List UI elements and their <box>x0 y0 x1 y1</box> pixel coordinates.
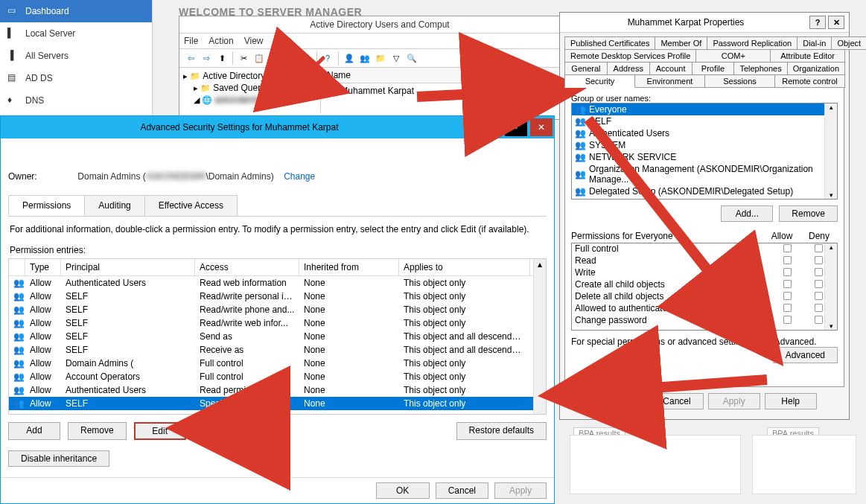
permission-entry-row[interactable]: 👥AllowAuthenticated UsersRead permission… <box>9 383 546 397</box>
disable-inheritance-button[interactable]: Disable inheritance <box>8 450 109 467</box>
tab-dial-in[interactable]: Dial-in <box>797 36 832 50</box>
remove-button[interactable]: Remove <box>779 205 838 222</box>
new-user-icon[interactable]: 👤 <box>343 51 356 65</box>
help-button[interactable]: Help <box>765 393 817 409</box>
tab-sessions[interactable]: Sessions <box>704 74 775 88</box>
group-item[interactable]: 👥SYSTEM <box>572 139 837 151</box>
close-button[interactable]: ✕ <box>828 16 844 29</box>
deny-checkbox[interactable] <box>814 244 822 252</box>
cancel-button[interactable]: Cancel <box>436 482 488 499</box>
permission-entry-row[interactable]: 👥AllowSELFRead/write phone and...NoneThi… <box>9 303 546 316</box>
permission-entry-row[interactable]: 👥AllowSELFRead/write web infor...NoneThi… <box>9 316 546 330</box>
tab-auditing[interactable]: Auditing <box>84 195 144 216</box>
delete-icon[interactable]: ✖ <box>268 51 281 65</box>
list-row-user[interactable]: 👤 Muhammet Karpat User <box>321 83 580 98</box>
menu-help[interactable]: Help <box>274 36 293 46</box>
allow-checkbox[interactable] <box>783 244 791 252</box>
col-name[interactable]: Name <box>321 68 470 83</box>
tree-saved-queries[interactable]: ▸ 📁 Saved Queries <box>182 82 318 94</box>
tab-remote-desktop-services-profile[interactable]: Remote Desktop Services Profile <box>564 49 696 63</box>
tab-security[interactable]: Security <box>564 74 635 88</box>
group-item[interactable]: 👥SELF <box>572 115 837 127</box>
tab-remote-control[interactable]: Remote control <box>774 74 845 88</box>
advanced-button[interactable]: Advanced <box>773 347 838 363</box>
menu-action[interactable]: Action <box>208 36 233 46</box>
allow-checkbox[interactable] <box>783 304 791 312</box>
group-item[interactable]: 👥NETWORK SERVICE <box>572 151 837 163</box>
tree-domain[interactable]: ◢ 🌐 askondemir.local <box>182 94 318 106</box>
deny-checkbox[interactable] <box>814 268 822 276</box>
change-owner-link[interactable]: Change <box>284 171 315 182</box>
tab-published-certificates[interactable]: Published Certificates <box>564 36 655 50</box>
ok-button[interactable]: OK <box>376 482 430 499</box>
permission-entry-row[interactable]: 👥AllowSELFSpecialNoneThis object only <box>9 397 546 410</box>
col-principal[interactable]: Principal <box>61 259 195 275</box>
deny-checkbox[interactable] <box>814 292 822 300</box>
allow-checkbox[interactable] <box>783 292 791 300</box>
refresh-icon[interactable]: ⟳ <box>299 51 313 65</box>
deny-checkbox[interactable] <box>814 316 822 324</box>
filter-icon[interactable]: ▽ <box>389 51 403 65</box>
scrollbar[interactable]: ▴▾ <box>824 103 837 199</box>
tab-object[interactable]: Object <box>831 36 866 50</box>
properties-icon[interactable]: ▦ <box>284 51 297 65</box>
sidebar-item-adds[interactable]: ▤AD DS <box>0 67 152 89</box>
tab-address[interactable]: Address <box>607 62 650 75</box>
tab-profile[interactable]: Profile <box>692 62 735 75</box>
col-inherited[interactable]: Inherited from <box>299 259 399 275</box>
close-button[interactable]: ✕ <box>530 118 553 136</box>
tab-organization[interactable]: Organization <box>787 62 845 75</box>
menu-view[interactable]: View <box>244 36 264 46</box>
tree-root[interactable]: ▸ 📁 Active Directory Users and C <box>182 70 318 82</box>
sidebar-item-dns[interactable]: ♦DNS <box>0 89 152 112</box>
col-type[interactable]: Type <box>25 259 61 275</box>
maximize-button[interactable]: ▫ <box>505 118 527 136</box>
new-group-icon[interactable]: 👥 <box>358 51 372 65</box>
edit-button[interactable]: Edit <box>134 422 186 440</box>
restore-defaults-button[interactable]: Restore defaults <box>456 422 547 440</box>
tab-member-of[interactable]: Member Of <box>655 36 707 50</box>
group-item[interactable]: 👥Delegated Setup (ASKONDEMIR\Delegated S… <box>572 185 837 197</box>
help-button[interactable]: ? <box>809 16 826 29</box>
permission-entry-row[interactable]: 👥AllowAccount OperatorsFull controlNoneT… <box>9 370 546 383</box>
apply-button[interactable]: Apply <box>494 482 547 499</box>
tab-password-replication[interactable]: Password Replication <box>707 36 797 50</box>
group-list[interactable]: 👥Everyone👥SELF👥Authenticated Users👥SYSTE… <box>571 103 838 200</box>
sidebar-item-dashboard[interactable]: ▭Dashboard <box>0 0 152 22</box>
scrollbar[interactable]: ▴▾ <box>824 243 837 330</box>
tab-com-[interactable]: COM+ <box>695 49 771 63</box>
add-button[interactable]: Add... <box>721 205 773 222</box>
tab-effective-access[interactable]: Effective Access <box>144 195 238 216</box>
minimize-button[interactable]: — <box>480 118 502 136</box>
aduc-tree[interactable]: ▸ 📁 Active Directory Users and C ▸ 📁 Sav… <box>179 68 321 112</box>
copy-icon[interactable]: 📋 <box>252 51 266 65</box>
adv-titlebar[interactable]: Advanced Security Settings for Muhammet … <box>1 116 554 138</box>
find-icon[interactable]: 🔍 <box>405 51 418 65</box>
sidebar-item-local-server[interactable]: ▌Local Server <box>0 22 152 45</box>
sidebar-item-all-servers[interactable]: ▐All Servers <box>0 45 152 67</box>
allow-checkbox[interactable] <box>783 316 791 324</box>
ok-button[interactable]: OK <box>592 393 646 409</box>
tab-general[interactable]: General <box>564 62 608 75</box>
forward-icon[interactable]: ⇨ <box>200 51 213 65</box>
up-icon[interactable]: ⬆ <box>215 51 229 65</box>
allow-checkbox[interactable] <box>783 280 791 288</box>
scrollbar[interactable]: ▴ <box>533 259 546 414</box>
back-icon[interactable]: ⇦ <box>184 51 197 65</box>
new-ou-icon[interactable]: 📁 <box>374 51 387 65</box>
allow-checkbox[interactable] <box>783 256 791 264</box>
group-item[interactable]: 👥Everyone <box>572 103 837 115</box>
tab-permissions[interactable]: Permissions <box>8 195 85 216</box>
menu-file[interactable]: File <box>184 36 198 46</box>
permission-entry-row[interactable]: 👥AllowSELFSend asNoneThis object and all… <box>9 330 546 343</box>
tab-environment[interactable]: Environment <box>634 74 705 88</box>
cut-icon[interactable]: ✂ <box>237 51 250 65</box>
remove-button[interactable]: Remove <box>68 422 127 440</box>
allow-checkbox[interactable] <box>783 268 791 276</box>
permission-entry-row[interactable]: 👥AllowDomain Admins (Full controlNoneThi… <box>9 357 546 370</box>
tab-attribute-editor[interactable]: Attribute Editor <box>770 49 845 63</box>
permission-entry-row[interactable]: 👥AllowSELFReceive asNoneThis object and … <box>9 343 546 357</box>
group-item[interactable]: 👥Organization Management (ASKONDEMIR\Org… <box>572 163 837 185</box>
col-applies[interactable]: Applies to <box>399 259 530 275</box>
tab-account[interactable]: Account <box>649 62 693 75</box>
